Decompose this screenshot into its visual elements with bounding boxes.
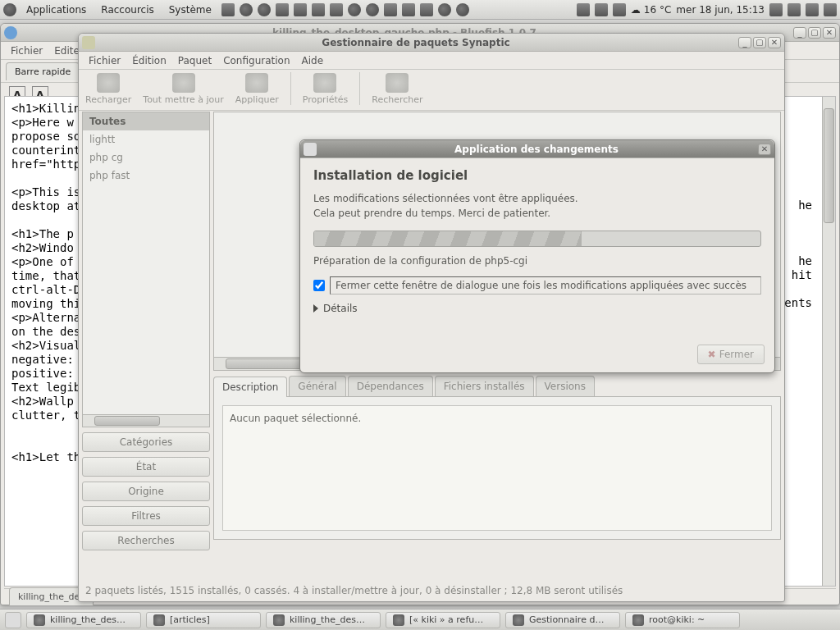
dialog-titlebar[interactable]: Application des changements ✕ <box>300 140 774 158</box>
tab-fichiers[interactable]: Fichiers installés <box>435 376 534 396</box>
close-button[interactable]: ✕ <box>768 37 781 48</box>
tray-icon[interactable] <box>258 3 271 16</box>
fermer-button: ✖Fermer <box>697 345 765 364</box>
task-button[interactable]: Gestionnaire d… <box>505 612 620 628</box>
dialog-body: Installation de logiciel Les modificatio… <box>300 158 774 324</box>
minimize-button[interactable]: _ <box>738 37 751 48</box>
separator <box>290 72 291 105</box>
task-button[interactable]: root@kiki: ~ <box>625 612 740 628</box>
separator <box>359 72 360 105</box>
tray-icon[interactable] <box>330 3 343 16</box>
dialog-heading: Installation de logiciel <box>313 168 761 183</box>
panel-menu-systeme[interactable]: Système <box>164 0 217 20</box>
recherches-button[interactable]: Recherches <box>82 531 210 550</box>
bluefish-icon <box>4 26 17 39</box>
tray-icon[interactable] <box>595 3 608 16</box>
scroll-thumb[interactable] <box>94 416 160 426</box>
synaptic-titlebar[interactable]: Gestionnaire de paquets Synaptic _ ▢ ✕ <box>79 34 784 52</box>
menu-aide[interactable]: Aide <box>297 55 329 66</box>
tray-icon[interactable] <box>221 3 235 16</box>
task-button[interactable]: [« kiki » a refu… <box>386 612 500 628</box>
tray-icon[interactable] <box>420 3 433 16</box>
details-expander[interactable]: Détails <box>313 303 761 314</box>
progress-status: Préparation de la configuration de php5-… <box>313 253 761 268</box>
search-icon <box>386 73 409 93</box>
dialog-line2: Cela peut prendre du temps. Merci de pat… <box>313 206 761 221</box>
quickbar-tab[interactable]: Barre rapide <box>6 62 80 80</box>
category-item[interactable]: lightt <box>83 130 209 148</box>
tray-icon[interactable] <box>402 3 415 16</box>
close-icon: ✖ <box>708 349 716 360</box>
show-desktop-button[interactable] <box>5 612 21 628</box>
panel-menu-raccourcis[interactable]: Raccourcis <box>96 0 158 20</box>
tray-icon[interactable] <box>769 3 783 16</box>
details-label: Détails <box>323 303 358 314</box>
button-label: Fermer <box>719 349 754 360</box>
horizontal-scrollbar[interactable] <box>82 414 210 427</box>
tray-icon[interactable] <box>577 3 590 16</box>
menu-edition[interactable]: Édition <box>127 55 171 66</box>
tab-versions[interactable]: Versions <box>536 376 595 396</box>
tray-icon[interactable] <box>366 3 379 16</box>
vertical-scrollbar[interactable] <box>822 97 835 586</box>
category-list[interactable]: Toutes lightt php cg php fast <box>82 112 210 415</box>
tray-icon[interactable] <box>294 3 307 16</box>
gnome-bottom-panel: killing_the_des… [articles] killing_the_… <box>0 609 840 630</box>
tray-icon[interactable] <box>613 3 626 16</box>
task-label: [« kiki » a refu… <box>409 614 483 625</box>
weather-applet[interactable]: ☁ 16 °C <box>631 4 671 16</box>
task-button[interactable]: killing_the_des… <box>266 612 381 628</box>
maximize-button[interactable]: ▢ <box>808 27 821 39</box>
task-label: killing_the_des… <box>290 614 365 625</box>
proprietes-button[interactable]: Propriétés <box>303 73 349 105</box>
dialog-line1: Les modifications sélectionnées vont êtr… <box>313 191 761 206</box>
tray-icon[interactable] <box>438 3 451 16</box>
upgrade-icon <box>172 73 195 93</box>
tab-general[interactable]: Général <box>289 376 345 396</box>
close-icon[interactable]: ✕ <box>758 144 771 155</box>
tray-icon[interactable] <box>312 3 325 16</box>
rechercher-button[interactable]: Rechercher <box>372 73 422 105</box>
etat-button[interactable]: État <box>82 457 210 477</box>
tray-icon[interactable] <box>276 3 289 16</box>
toolbar-label: Propriétés <box>303 94 349 105</box>
tout-mettre-a-jour-button[interactable]: Tout mettre à jour <box>143 73 224 105</box>
scroll-thumb[interactable] <box>824 108 834 223</box>
close-when-done-checkbox[interactable] <box>313 280 325 291</box>
category-item[interactable]: php cg <box>83 148 209 167</box>
minimize-button[interactable]: _ <box>793 27 806 39</box>
category-toutes[interactable]: Toutes <box>83 112 209 130</box>
menu-configuration[interactable]: Configuration <box>218 55 294 66</box>
maximize-button[interactable]: ▢ <box>753 37 766 48</box>
toolbar-label: Tout mettre à jour <box>143 94 224 105</box>
tray-icon[interactable] <box>240 3 253 16</box>
appliquer-button[interactable]: Appliquer <box>235 73 279 105</box>
dialog-icon <box>304 143 317 156</box>
recharger-button[interactable]: Recharger <box>85 73 131 105</box>
clock[interactable]: mer 18 jun, 15:13 <box>676 4 765 16</box>
tab-description[interactable]: Description <box>213 377 287 397</box>
tray-icon[interactable] <box>806 3 819 16</box>
categories-button[interactable]: Catégories <box>82 432 210 452</box>
task-button[interactable]: [articles] <box>146 612 261 628</box>
tray-icon[interactable] <box>348 3 361 16</box>
tab-dependances[interactable]: Dépendances <box>348 376 433 396</box>
app-icon <box>273 614 285 626</box>
tray-icon[interactable] <box>788 3 801 16</box>
category-item[interactable]: php fast <box>83 167 209 185</box>
close-button[interactable]: ✕ <box>823 27 836 39</box>
panel-menu-applications[interactable]: Applications <box>21 0 91 20</box>
menu-fichier[interactable]: Fichier <box>6 45 48 57</box>
synaptic-icon <box>82 36 95 49</box>
apply-icon <box>245 73 268 93</box>
task-button[interactable]: killing_the_des… <box>26 612 141 628</box>
properties-icon <box>313 73 336 93</box>
origine-button[interactable]: Origine <box>82 482 210 501</box>
gnome-top-panel: Applications Raccourcis Système ☁ 16 °C … <box>0 0 840 20</box>
menu-paquet[interactable]: Paquet <box>173 55 217 66</box>
filtres-button[interactable]: Filtres <box>82 506 210 526</box>
tray-icon[interactable] <box>384 3 397 16</box>
tray-icon[interactable] <box>456 3 469 16</box>
menu-fichier[interactable]: Fichier <box>84 55 126 66</box>
tray-icon[interactable] <box>824 3 837 16</box>
